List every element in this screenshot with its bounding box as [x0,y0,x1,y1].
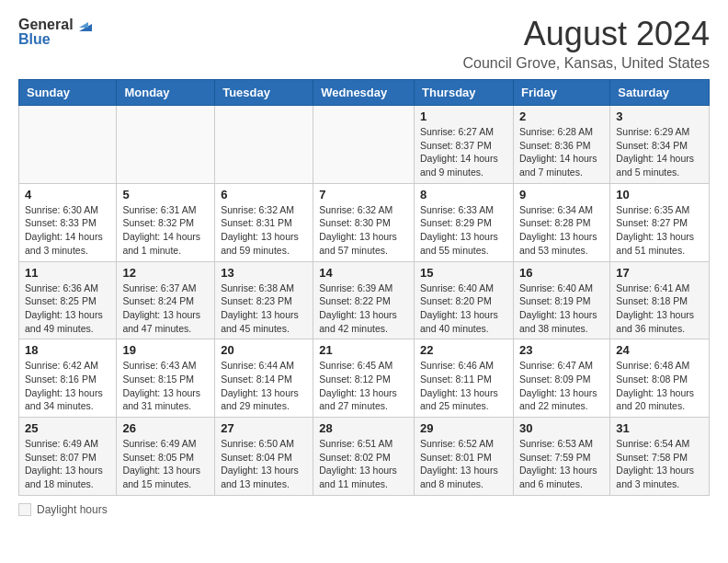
calendar-body: 1Sunrise: 6:27 AM Sunset: 8:37 PM Daylig… [19,106,710,496]
calendar-header-cell: Wednesday [313,80,415,106]
day-number: 16 [519,266,604,280]
day-info: Sunrise: 6:53 AM Sunset: 7:59 PM Dayligh… [519,437,604,491]
legend-box [18,503,31,516]
calendar-day-cell: 16Sunrise: 6:40 AM Sunset: 8:19 PM Dayli… [513,261,609,339]
day-info: Sunrise: 6:40 AM Sunset: 8:19 PM Dayligh… [519,282,604,336]
day-number: 28 [319,421,408,435]
day-info: Sunrise: 6:49 AM Sunset: 8:07 PM Dayligh… [25,437,110,491]
day-number: 24 [616,343,703,357]
calendar-day-cell: 19Sunrise: 6:43 AM Sunset: 8:15 PM Dayli… [117,339,215,418]
calendar-day-cell: 31Sunrise: 6:54 AM Sunset: 7:58 PM Dayli… [610,418,710,496]
day-info: Sunrise: 6:39 AM Sunset: 8:22 PM Dayligh… [319,282,408,336]
day-info: Sunrise: 6:52 AM Sunset: 8:01 PM Dayligh… [420,437,507,491]
day-number: 31 [616,421,703,435]
calendar-day-cell: 9Sunrise: 6:34 AM Sunset: 8:28 PM Daylig… [513,183,609,261]
day-number: 18 [25,343,110,357]
calendar-day-cell [19,106,117,184]
calendar-day-cell: 2Sunrise: 6:28 AM Sunset: 8:36 PM Daylig… [513,106,609,184]
day-info: Sunrise: 6:51 AM Sunset: 8:02 PM Dayligh… [319,437,408,491]
calendar-day-cell: 21Sunrise: 6:45 AM Sunset: 8:12 PM Dayli… [313,339,415,418]
calendar-day-cell: 29Sunrise: 6:52 AM Sunset: 8:01 PM Dayli… [415,418,514,496]
day-info: Sunrise: 6:48 AM Sunset: 8:08 PM Dayligh… [616,359,703,413]
day-info: Sunrise: 6:32 AM Sunset: 8:30 PM Dayligh… [319,203,408,258]
day-number: 2 [519,109,604,123]
calendar-header-cell: Tuesday [215,80,313,106]
day-number: 5 [122,188,209,201]
logo-icon [75,15,96,35]
day-info: Sunrise: 6:33 AM Sunset: 8:29 PM Dayligh… [420,203,507,258]
day-number: 27 [221,421,307,435]
calendar-day-cell [215,106,313,184]
day-number: 13 [221,266,307,280]
calendar-day-cell: 15Sunrise: 6:40 AM Sunset: 8:20 PM Dayli… [415,261,514,339]
calendar-day-cell: 11Sunrise: 6:36 AM Sunset: 8:25 PM Dayli… [19,261,117,339]
day-number: 22 [420,343,507,357]
day-number: 15 [420,266,507,280]
calendar-day-cell: 26Sunrise: 6:49 AM Sunset: 8:05 PM Dayli… [117,418,215,496]
day-number: 7 [319,188,408,201]
header: General Blue August 2024 Council Grove, … [18,15,710,72]
day-number: 30 [519,421,604,435]
calendar-day-cell: 1Sunrise: 6:27 AM Sunset: 8:37 PM Daylig… [415,106,514,184]
calendar-table: SundayMondayTuesdayWednesdayThursdayFrid… [18,79,710,496]
day-number: 8 [420,188,507,201]
day-info: Sunrise: 6:45 AM Sunset: 8:12 PM Dayligh… [319,359,408,413]
calendar-day-cell: 24Sunrise: 6:48 AM Sunset: 8:08 PM Dayli… [610,339,710,418]
calendar-day-cell: 13Sunrise: 6:38 AM Sunset: 8:23 PM Dayli… [215,261,313,339]
calendar-day-cell: 18Sunrise: 6:42 AM Sunset: 8:16 PM Dayli… [19,339,117,418]
calendar-day-cell: 17Sunrise: 6:41 AM Sunset: 8:18 PM Dayli… [610,261,710,339]
calendar-week-row: 1Sunrise: 6:27 AM Sunset: 8:37 PM Daylig… [19,106,710,184]
svg-marker-1 [79,22,88,28]
day-info: Sunrise: 6:46 AM Sunset: 8:11 PM Dayligh… [420,359,507,413]
calendar-day-cell: 14Sunrise: 6:39 AM Sunset: 8:22 PM Dayli… [313,261,415,339]
location-title: Council Grove, Kansas, United States [462,55,710,72]
calendar-day-cell: 28Sunrise: 6:51 AM Sunset: 8:02 PM Dayli… [313,418,415,496]
calendar-day-cell: 22Sunrise: 6:46 AM Sunset: 8:11 PM Dayli… [415,339,514,418]
day-info: Sunrise: 6:47 AM Sunset: 8:09 PM Dayligh… [519,359,604,413]
calendar-day-cell: 6Sunrise: 6:32 AM Sunset: 8:31 PM Daylig… [215,183,313,261]
day-number: 25 [25,421,110,435]
title-area: August 2024 Council Grove, Kansas, Unite… [462,15,710,72]
day-number: 26 [122,421,209,435]
calendar-week-row: 11Sunrise: 6:36 AM Sunset: 8:25 PM Dayli… [19,261,710,339]
day-info: Sunrise: 6:37 AM Sunset: 8:24 PM Dayligh… [122,282,209,336]
day-number: 17 [616,266,703,280]
calendar-day-cell: 10Sunrise: 6:35 AM Sunset: 8:27 PM Dayli… [610,183,710,261]
month-title: August 2024 [462,15,710,53]
day-number: 21 [319,343,408,357]
day-number: 14 [319,266,408,280]
calendar-day-cell: 5Sunrise: 6:31 AM Sunset: 8:32 PM Daylig… [117,183,215,261]
day-info: Sunrise: 6:43 AM Sunset: 8:15 PM Dayligh… [122,359,209,413]
calendar-header-cell: Saturday [610,80,710,106]
day-info: Sunrise: 6:30 AM Sunset: 8:33 PM Dayligh… [25,203,110,258]
day-number: 9 [519,188,604,201]
calendar-week-row: 18Sunrise: 6:42 AM Sunset: 8:16 PM Dayli… [19,339,710,418]
calendar-day-cell: 8Sunrise: 6:33 AM Sunset: 8:29 PM Daylig… [415,183,514,261]
day-number: 23 [519,343,604,357]
day-number: 29 [420,421,507,435]
legend-text: Daylight hours [37,503,108,516]
day-info: Sunrise: 6:34 AM Sunset: 8:28 PM Dayligh… [519,203,604,258]
day-info: Sunrise: 6:49 AM Sunset: 8:05 PM Dayligh… [122,437,209,491]
day-info: Sunrise: 6:35 AM Sunset: 8:27 PM Dayligh… [616,203,703,258]
calendar-day-cell [313,106,415,184]
calendar-day-cell [117,106,215,184]
calendar-day-cell: 30Sunrise: 6:53 AM Sunset: 7:59 PM Dayli… [513,418,609,496]
calendar-header-row: SundayMondayTuesdayWednesdayThursdayFrid… [19,80,710,106]
calendar-day-cell: 20Sunrise: 6:44 AM Sunset: 8:14 PM Dayli… [215,339,313,418]
day-info: Sunrise: 6:38 AM Sunset: 8:23 PM Dayligh… [221,282,307,336]
day-info: Sunrise: 6:36 AM Sunset: 8:25 PM Dayligh… [25,282,110,336]
day-number: 11 [25,266,110,280]
logo-blue-text: Blue [18,31,51,48]
day-info: Sunrise: 6:50 AM Sunset: 8:04 PM Dayligh… [221,437,307,491]
day-number: 10 [616,188,703,201]
legend-area: Daylight hours [18,503,710,516]
day-number: 6 [221,188,307,201]
calendar-week-row: 25Sunrise: 6:49 AM Sunset: 8:07 PM Dayli… [19,418,710,496]
calendar-week-row: 4Sunrise: 6:30 AM Sunset: 8:33 PM Daylig… [19,183,710,261]
day-number: 19 [122,343,209,357]
day-number: 12 [122,266,209,280]
logo: General Blue [18,15,96,48]
day-info: Sunrise: 6:28 AM Sunset: 8:36 PM Dayligh… [519,125,604,179]
calendar-header-cell: Sunday [19,80,117,106]
